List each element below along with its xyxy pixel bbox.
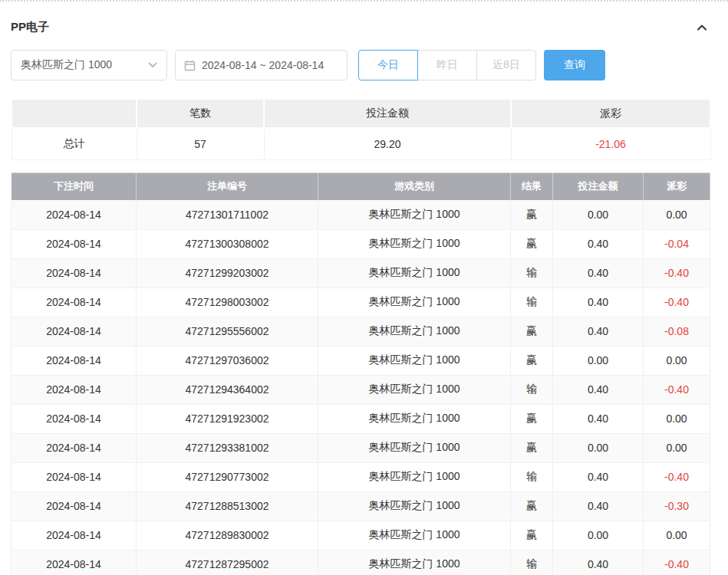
cell-game: 奥林匹斯之门 1000: [318, 200, 511, 229]
cell-result: 赢: [511, 229, 553, 258]
cell-bet: 0.40: [553, 375, 644, 404]
pp-electronics-section: PP电子 奥林匹斯之门 1000 2024-08-14 ~ 2024-08-14…: [0, 2, 728, 575]
records-table: 下注时间 注单编号 游戏类别 结果 投注金额 派彩 2024-08-144727…: [11, 172, 710, 575]
header-order-id: 注单编号: [137, 172, 318, 200]
cell-game: 奥林匹斯之门 1000: [318, 404, 511, 433]
table-row: 2024-08-1447271291923002奥林匹斯之门 1000赢0.40…: [12, 404, 710, 433]
quick-filter-group: 今日昨日近8日: [358, 50, 536, 80]
summary-total-label: 总计: [12, 128, 137, 159]
table-row: 2024-08-1447271289830002奥林匹斯之门 1000赢0.00…: [12, 521, 710, 550]
summary-header-row: 笔数 投注金额 派彩: [12, 99, 710, 128]
summary-bet-amount-value: 29.20: [264, 128, 511, 159]
cell-game: 奥林匹斯之门 1000: [318, 288, 511, 317]
calendar-icon: [184, 60, 196, 71]
cell-bet: 0.00: [553, 200, 644, 229]
cell-payout: 0.00: [644, 404, 710, 433]
table-row: 2024-08-1447271294364002奥林匹斯之门 1000输0.40…: [12, 375, 710, 404]
cell-payout: -0.08: [644, 317, 710, 346]
records-table-body: 2024-08-1447271301711002奥林匹斯之门 1000赢0.00…: [12, 200, 710, 575]
cell-time: 2024-08-14: [12, 491, 137, 521]
header-payout: 派彩: [644, 172, 710, 200]
cell-payout: -0.40: [644, 258, 710, 288]
cell-payout: -0.40: [644, 550, 710, 575]
cell-result: 赢: [511, 521, 553, 550]
cell-game: 奥林匹斯之门 1000: [318, 375, 511, 404]
quick-filter-button-0[interactable]: 今日: [358, 50, 418, 80]
cell-payout: 0.00: [644, 346, 710, 375]
cell-bet: 0.00: [553, 433, 644, 462]
cell-order_id: 47271294364002: [137, 375, 318, 404]
table-row: 2024-08-1447271293381002奥林匹斯之门 1000赢0.00…: [12, 433, 710, 462]
cell-bet: 0.00: [553, 346, 644, 375]
table-row: 2024-08-1447271300308002奥林匹斯之门 1000赢0.40…: [12, 229, 710, 258]
cell-payout: 0.00: [644, 433, 710, 462]
cell-time: 2024-08-14: [12, 521, 137, 550]
cell-bet: 0.00: [553, 521, 644, 550]
cell-payout: -0.40: [644, 375, 710, 404]
cell-order_id: 47271295556002: [137, 317, 318, 346]
cell-payout: 0.00: [644, 200, 710, 229]
table-row: 2024-08-1447271297036002奥林匹斯之门 1000赢0.00…: [12, 346, 710, 375]
cell-time: 2024-08-14: [12, 346, 137, 375]
cell-time: 2024-08-14: [12, 433, 137, 462]
table-row: 2024-08-1447271290773002奥林匹斯之门 1000输0.40…: [12, 462, 710, 491]
cell-game: 奥林匹斯之门 1000: [318, 229, 511, 258]
cell-result: 输: [511, 258, 553, 288]
cell-result: 输: [511, 288, 553, 317]
cell-game: 奥林匹斯之门 1000: [318, 433, 511, 462]
game-select-value: 奥林匹斯之门 1000: [21, 58, 112, 72]
filter-row: 奥林匹斯之门 1000 2024-08-14 ~ 2024-08-14 今日昨日…: [11, 50, 710, 80]
cell-order_id: 47271293381002: [137, 433, 318, 462]
cell-bet: 0.40: [553, 404, 644, 433]
cell-result: 赢: [511, 491, 553, 521]
header-bet-time: 下注时间: [12, 172, 137, 200]
cell-order_id: 47271287295002: [137, 550, 318, 575]
chevron-up-icon: [696, 22, 708, 33]
cell-bet: 0.40: [553, 288, 644, 317]
quick-filter-button-2[interactable]: 近8日: [476, 50, 536, 80]
cell-game: 奥林匹斯之门 1000: [318, 521, 511, 550]
collapse-section-button[interactable]: [694, 21, 710, 34]
cell-order_id: 47271290773002: [137, 462, 318, 491]
cell-result: 赢: [511, 346, 553, 375]
cell-result: 输: [511, 375, 553, 404]
summary-total-row: 总计 57 29.20 -21.06: [12, 128, 710, 159]
summary-payout-value: -21.06: [511, 128, 710, 159]
cell-game: 奥林匹斯之门 1000: [318, 258, 511, 288]
date-range-picker[interactable]: 2024-08-14 ~ 2024-08-14: [175, 50, 348, 80]
cell-result: 赢: [511, 433, 553, 462]
table-row: 2024-08-1447271287295002奥林匹斯之门 1000输0.40…: [12, 550, 710, 575]
cell-time: 2024-08-14: [12, 550, 137, 575]
cell-time: 2024-08-14: [12, 317, 137, 346]
date-range-value: 2024-08-14 ~ 2024-08-14: [202, 59, 324, 71]
cell-order_id: 47271288513002: [137, 491, 318, 521]
cell-time: 2024-08-14: [12, 375, 137, 404]
summary-header-blank: [12, 99, 137, 128]
search-button[interactable]: 查询: [544, 50, 605, 80]
section-header: PP电子: [11, 2, 710, 50]
header-bet-amount: 投注金额: [553, 172, 644, 200]
chevron-down-icon: [148, 62, 157, 68]
cell-order_id: 47271298003002: [137, 288, 318, 317]
cell-payout: 0.00: [644, 521, 710, 550]
table-row: 2024-08-1447271301711002奥林匹斯之门 1000赢0.00…: [12, 200, 710, 229]
section-title: PP电子: [11, 20, 49, 34]
cell-payout: -0.40: [644, 288, 710, 317]
cell-result: 赢: [511, 317, 553, 346]
table-row: 2024-08-1447271295556002奥林匹斯之门 1000赢0.40…: [12, 317, 710, 346]
cell-time: 2024-08-14: [12, 229, 137, 258]
cell-order_id: 47271291923002: [137, 404, 318, 433]
header-result: 结果: [511, 172, 553, 200]
cell-time: 2024-08-14: [12, 288, 137, 317]
cell-payout: -0.04: [644, 229, 710, 258]
cell-result: 赢: [511, 404, 553, 433]
quick-filter-button-1[interactable]: 昨日: [417, 50, 477, 80]
cell-time: 2024-08-14: [12, 462, 137, 491]
cell-bet: 0.40: [553, 229, 644, 258]
cell-bet: 0.40: [553, 258, 644, 288]
game-select[interactable]: 奥林匹斯之门 1000: [11, 50, 167, 80]
cell-game: 奥林匹斯之门 1000: [318, 462, 511, 491]
cell-order_id: 47271301711002: [137, 200, 318, 229]
table-row: 2024-08-1447271298003002奥林匹斯之门 1000输0.40…: [12, 288, 710, 317]
cell-order_id: 47271299203002: [137, 258, 318, 288]
